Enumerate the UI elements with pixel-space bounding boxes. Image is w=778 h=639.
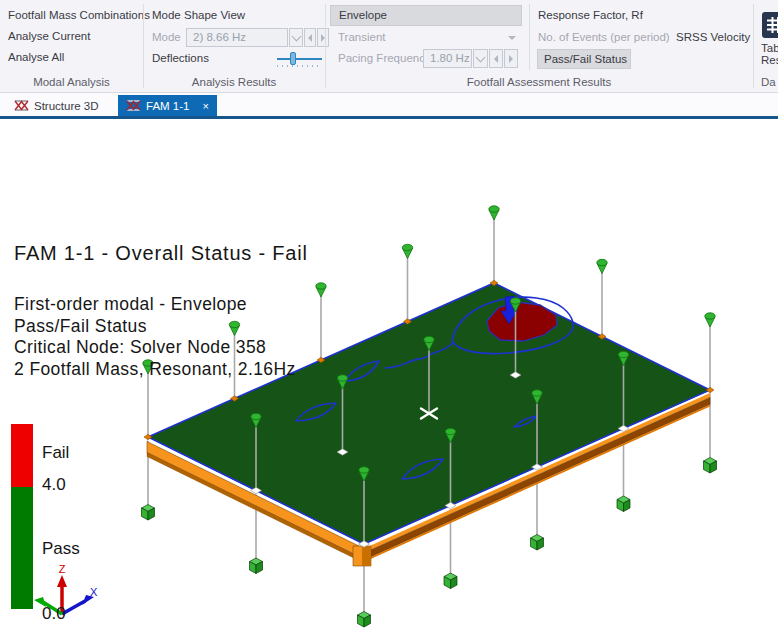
analyse-all-button[interactable]: Analyse All [8, 51, 64, 63]
deflections-slider-ticks [277, 65, 322, 67]
legend-pass-min-value: 0.0 [42, 604, 66, 624]
pacing-frequency-combobox[interactable]: 1.80 Hz [423, 49, 472, 68]
transient-dropdown-icon[interactable] [508, 36, 516, 40]
structure-thumbnail-icon [14, 99, 29, 112]
analyse-current-button[interactable]: Analyse Current [8, 30, 90, 42]
events-per-period-button[interactable]: No. of Events (per period) [538, 31, 670, 43]
modal-analysis-group-label: Modal Analysis [0, 76, 143, 88]
deflections-slider-track[interactable] [277, 58, 322, 60]
legend-pass-label: Pass [42, 539, 80, 559]
srss-velocity-button[interactable]: SRSS Velocity [676, 31, 750, 43]
data-group-label: Da [761, 76, 778, 88]
tabular-results-button-label[interactable]: Tab [761, 42, 778, 54]
mode-label: Mode [152, 31, 181, 43]
tab-fam-1-1-active[interactable]: FAM 1-1 × [118, 95, 217, 116]
pass-fail-status-button-selected[interactable]: Pass/Fail Status [537, 49, 631, 69]
footfall-assessment-results-group-label: Footfall Assessment Results [325, 76, 753, 88]
pacing-dropdown-button[interactable] [473, 49, 488, 68]
legend-pass-swatch [11, 487, 33, 609]
mode-shape-view-button[interactable]: Mode Shape View [152, 9, 245, 21]
arrow-right-icon [509, 55, 513, 63]
tabular-results-icon[interactable] [762, 12, 778, 38]
close-icon[interactable]: × [202, 100, 208, 112]
tabular-results-button-label2[interactable]: Res [761, 54, 778, 66]
mode-dropdown-button[interactable] [289, 28, 303, 47]
mode-previous-button[interactable] [304, 28, 316, 47]
result-info-line: First-order modal - Envelope [14, 294, 247, 315]
mode-combobox[interactable]: 2) 8.66 Hz [186, 28, 288, 47]
response-factor-button[interactable]: Response Factor, Rf [538, 9, 643, 21]
pacing-next-button[interactable] [504, 49, 518, 68]
result-info-line: 2 Footfall Mass, Resonant, 2.16Hz [14, 359, 296, 380]
ribbon-separator [753, 4, 754, 88]
axis-x-label: X [90, 586, 98, 598]
legend-fail-label: Fail [42, 443, 69, 463]
document-tab-bar: Structure 3D FAM 1-1 × [0, 93, 778, 119]
deflections-label: Deflections [152, 52, 209, 64]
envelope-button-selected[interactable]: Envelope [330, 5, 522, 26]
legend-fail-swatch [11, 424, 33, 487]
legend-fail-max-value: 4.0 [42, 475, 66, 495]
tab-structure-3d[interactable]: Structure 3D [6, 95, 107, 116]
model-viewport: FAM 1-1 - Overall Status - Fail First-or… [0, 119, 778, 639]
pacing-previous-button[interactable] [489, 49, 503, 68]
application-window: Footfall Mass Combinations Analyse Curre… [0, 0, 778, 639]
footfall-mass-combinations-button[interactable]: Footfall Mass Combinations [8, 9, 150, 21]
arrow-left-icon [494, 55, 498, 63]
analysis-results-group-label: Analysis Results [143, 76, 325, 88]
ribbon-inner-separator [529, 4, 530, 70]
deflections-slider-handle[interactable] [290, 52, 296, 65]
result-info-line: Pass/Fail Status [14, 316, 147, 337]
pacing-frequency-label: Pacing Frequency [338, 52, 431, 64]
ribbon: Footfall Mass Combinations Analyse Curre… [0, 0, 778, 93]
tab-label: Structure 3D [34, 100, 99, 112]
overall-status-title: FAM 1-1 - Overall Status - Fail [14, 242, 308, 265]
chevron-down-icon [476, 52, 486, 62]
mode-next-button[interactable] [317, 28, 329, 47]
chevron-down-icon [291, 31, 301, 41]
result-info-line: Critical Node: Solver Node 358 [14, 337, 266, 358]
tab-label: FAM 1-1 [146, 100, 189, 112]
structure-thumbnail-icon [126, 99, 141, 112]
axis-z-label: Z [59, 563, 66, 575]
arrow-left-icon [308, 34, 312, 42]
transient-button[interactable]: Transient [338, 31, 386, 43]
